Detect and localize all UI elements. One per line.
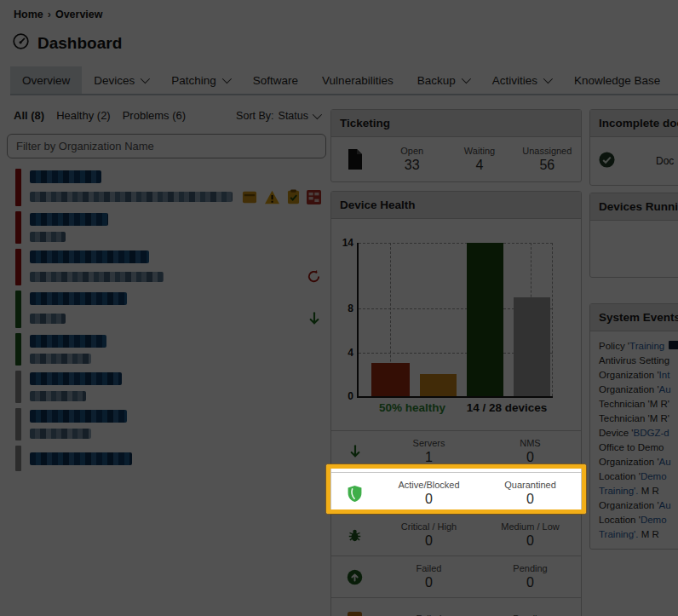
stat-waiting[interactable]: Waiting4 [445, 146, 513, 173]
org-list-item-7[interactable] [15, 408, 326, 440]
org-name-redacted[interactable] [30, 292, 127, 305]
event-link[interactable]: Training'. [599, 529, 639, 539]
filter-healthy[interactable]: Healthy (2) [56, 109, 111, 122]
event-link[interactable]: Int [659, 370, 670, 380]
org-name-redacted[interactable] [30, 372, 122, 385]
org-list-item-8[interactable] [15, 446, 326, 471]
filter-all[interactable]: All (8) [14, 109, 44, 122]
chevron-down-icon [461, 74, 470, 83]
tab-software[interactable]: Software [241, 66, 310, 94]
tab-patching[interactable]: Patching [159, 66, 241, 94]
stat-label: Waiting [445, 146, 513, 157]
org-item-body [21, 333, 326, 366]
system-event-14: Training'. M R [599, 527, 678, 542]
tab-vulnerabilities[interactable]: Vulnerabilities [310, 66, 405, 94]
tab-overview[interactable]: Overview [10, 66, 82, 94]
tab-devices[interactable]: Devices [82, 66, 159, 94]
event-link[interactable]: Au [659, 500, 671, 510]
stat-unassigned[interactable]: Unassigned56 [514, 146, 581, 173]
device-health-row-4: Failed0Pending0 [331, 556, 581, 597]
box-icon[interactable] [242, 190, 257, 204]
org-status-bar-healthy [15, 333, 21, 366]
row-icon-wrap [331, 569, 378, 585]
org-name-redacted[interactable] [30, 170, 101, 183]
stat-label: NMS [480, 438, 581, 449]
refresh-icon[interactable] [307, 269, 321, 284]
event-link[interactable]: Demo [641, 471, 667, 481]
breadcrumb: Home›Overview [14, 9, 103, 20]
stat-value: 0 [378, 574, 480, 590]
breadcrumb-home-link[interactable]: Home [14, 9, 43, 20]
org-filter-input[interactable] [7, 134, 326, 158]
org-item-body [21, 371, 326, 403]
event-link[interactable]: Training'. [599, 486, 639, 496]
org-list-item-2[interactable] [15, 211, 326, 244]
shield-icon [347, 485, 363, 503]
org-list-item-3[interactable] [15, 249, 326, 285]
org-name-redacted[interactable] [30, 335, 106, 348]
stat-active-blocked[interactable]: Active/Blocked0 [378, 480, 480, 507]
event-text: Organization ' [599, 500, 659, 510]
device-health-panel: Device Health 0481450% healthy14 / 28 de… [330, 191, 582, 616]
org-name-redacted[interactable] [30, 213, 108, 226]
tab-backup[interactable]: Backup [405, 66, 480, 94]
page-title: Dashboard [37, 34, 122, 53]
event-link[interactable]: Training [629, 341, 667, 351]
ticketing-panel: Ticketing Open33Waiting4Unassigned56 [330, 109, 582, 182]
stat-open[interactable]: Open33 [378, 146, 445, 173]
event-text: Policy ' [599, 341, 629, 351]
org-name-redacted[interactable] [30, 250, 149, 263]
org-list-item-4[interactable] [15, 291, 326, 328]
stat-failed[interactable]: Failed0 [378, 563, 480, 590]
org-list-item-1[interactable] [15, 169, 326, 206]
clipboard-icon[interactable] [287, 189, 300, 204]
warning-icon[interactable] [264, 190, 280, 204]
stat-label: Active/Blocked [378, 480, 480, 491]
org-name-redacted[interactable] [30, 410, 127, 423]
stat-critical-high[interactable]: Critical / High0 [378, 521, 480, 549]
gridline [359, 243, 553, 244]
filter-problems[interactable]: Problems (6) [123, 109, 186, 122]
stat-servers[interactable]: Servers1 [378, 438, 480, 465]
tab-label: Knowledge Base [574, 74, 660, 87]
system-events-panel: System Events Policy 'Training Antivirus… [589, 303, 678, 550]
org-subtitle-row [30, 311, 326, 326]
stat-label: Failed [378, 613, 480, 616]
event-link[interactable]: BDGZ-d [634, 428, 669, 438]
stat-value: 0 [480, 491, 581, 507]
incomplete-docs-body: Doc [590, 137, 678, 185]
y-tick-label: 0 [333, 390, 353, 402]
sort-by-label: Sort By: [236, 110, 273, 122]
system-event-13: Location 'Demo [599, 513, 678, 527]
stat-pending[interactable]: Pending [480, 613, 581, 616]
stat-pending[interactable]: Pending0 [480, 563, 581, 590]
ticketing-panel-header: Ticketing [331, 110, 581, 137]
tab-label: Overview [22, 74, 70, 87]
stat-nms[interactable]: NMS0 [480, 438, 581, 465]
stat-failed[interactable]: Failed [378, 613, 480, 616]
org-list-item-6[interactable] [15, 371, 326, 403]
org-status-bar-problem [15, 211, 21, 244]
event-text: Technician 'M R' [599, 399, 669, 409]
org-list-item-5[interactable] [15, 333, 326, 366]
event-link[interactable]: Au [659, 457, 671, 467]
tab-activities[interactable]: Activities [480, 66, 562, 94]
event-link[interactable]: Au [659, 384, 671, 394]
event-text: Antivirus Setting [599, 355, 669, 366]
stat-medium-low[interactable]: Medium / Low0 [480, 521, 581, 549]
bar-warning-devices [420, 374, 457, 396]
sort-by-dropdown[interactable]: Status [279, 110, 319, 122]
event-link[interactable]: Demo [641, 515, 667, 525]
devices-running-header: Devices Runnin [590, 193, 678, 221]
tab-label: Devices [94, 74, 135, 87]
incomplete-docs-label[interactable]: Doc [656, 155, 674, 167]
event-text: Location ' [599, 471, 641, 481]
event-text: M R [639, 529, 659, 539]
patch-grid-icon[interactable] [307, 190, 321, 204]
down-arrow-icon[interactable] [307, 311, 321, 326]
y-tick-label: 4 [333, 347, 353, 359]
org-name-redacted[interactable] [30, 452, 132, 465]
org-status-icons [307, 311, 326, 326]
tab-knowledge-base[interactable]: Knowledge Base [562, 66, 672, 94]
stat-quarantined[interactable]: Quarantined0 [480, 480, 581, 507]
